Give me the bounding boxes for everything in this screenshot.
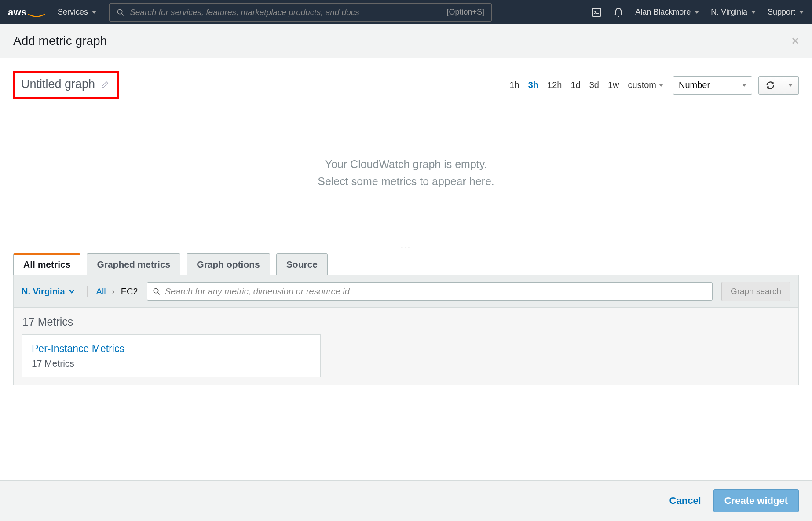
region-label: N. Virginia [711, 7, 747, 17]
custom-label: custom [628, 80, 656, 90]
refresh-icon [765, 81, 775, 90]
metrics-breadcrumb: All › EC2 [96, 286, 138, 297]
chevron-down-icon [91, 11, 97, 14]
chevron-right-icon: › [112, 287, 115, 296]
metrics-body: 17 Metrics Per-Instance Metrics 17 Metri… [14, 308, 798, 385]
metrics-count: 17 Metrics [22, 316, 790, 328]
modal-footer: Cancel Create widget [0, 480, 812, 521]
breadcrumb-current: EC2 [121, 286, 138, 297]
modal-title: Add metric graph [13, 34, 107, 48]
cloudshell-button[interactable] [591, 7, 602, 18]
user-name: Alan Blackmore [635, 7, 691, 17]
svg-point-5 [154, 288, 158, 293]
chevron-down-icon [788, 84, 793, 87]
metric-card-subtitle: 17 Metrics [32, 358, 311, 369]
metric-namespace-card[interactable]: Per-Instance Metrics 17 Metrics [22, 334, 321, 377]
graph-search-button[interactable]: Graph search [721, 282, 790, 301]
global-search[interactable]: [Option+S] [109, 3, 492, 22]
tab-all-metrics[interactable]: All metrics [13, 253, 80, 275]
chevron-down-icon [69, 289, 75, 294]
chevron-down-icon [751, 11, 756, 14]
notifications-button[interactable] [613, 7, 624, 18]
chevron-down-icon [799, 11, 804, 14]
search-icon [153, 287, 161, 295]
view-type-value: Number [679, 80, 710, 90]
services-menu[interactable]: Services [58, 7, 97, 17]
svg-line-1 [121, 13, 124, 15]
empty-message-2: Select some metrics to appear here. [318, 175, 494, 188]
tab-graphed-metrics[interactable]: Graphed metrics [87, 253, 180, 275]
time-range-1h[interactable]: 1h [509, 80, 519, 90]
metric-search-input[interactable] [165, 286, 707, 297]
chevron-down-icon [694, 11, 699, 14]
services-label: Services [58, 7, 88, 17]
graph-toolbar: Untitled graph 1h 3h 12h 1d 3d 1w custom… [0, 58, 812, 103]
metric-card-title: Per-Instance Metrics [32, 343, 311, 355]
chevron-down-icon [659, 84, 663, 87]
account-menu[interactable]: Alan Blackmore [635, 7, 699, 17]
time-range-picker: 1h 3h 12h 1d 3d 1w custom [509, 80, 663, 90]
cancel-button[interactable]: Cancel [669, 495, 701, 506]
cloudshell-icon [591, 7, 602, 18]
breadcrumb-all[interactable]: All [96, 286, 106, 297]
time-range-12h[interactable]: 12h [547, 80, 562, 90]
tab-graph-options[interactable]: Graph options [187, 253, 270, 275]
bell-icon [613, 7, 624, 18]
modal-header: Add metric graph × [0, 24, 812, 58]
view-type-select[interactable]: Number [673, 76, 752, 95]
graph-title-text: Untitled graph [21, 77, 95, 91]
create-widget-button[interactable]: Create widget [713, 489, 799, 512]
region-menu[interactable]: N. Virginia [711, 7, 756, 17]
tab-source[interactable]: Source [276, 253, 328, 275]
time-range-1d[interactable]: 1d [571, 80, 580, 90]
time-range-1w[interactable]: 1w [608, 80, 619, 90]
aws-smile-icon [28, 14, 45, 18]
chevron-down-icon [742, 84, 746, 87]
metric-search[interactable] [147, 282, 713, 301]
refresh-button[interactable] [758, 76, 782, 95]
aws-logo[interactable]: aws [8, 7, 45, 18]
refresh-options-button[interactable] [782, 76, 799, 95]
metrics-panel: N. Virginia All › EC2 Graph search 17 Me… [13, 275, 799, 385]
time-range-3h[interactable]: 3h [528, 80, 538, 90]
svg-point-0 [117, 9, 122, 14]
empty-message-1: Your CloudWatch graph is empty. [325, 158, 487, 171]
refresh-group [758, 76, 799, 95]
filter-bar: N. Virginia All › EC2 Graph search [14, 275, 798, 308]
region-filter[interactable]: N. Virginia [22, 286, 88, 297]
region-filter-label: N. Virginia [22, 286, 65, 297]
search-shortcut: [Option+S] [447, 7, 485, 17]
time-range-custom[interactable]: custom [628, 80, 663, 90]
svg-line-6 [157, 292, 160, 294]
resize-handle[interactable]: --- [0, 243, 812, 253]
close-button[interactable]: × [792, 34, 799, 48]
search-icon [117, 8, 124, 16]
support-menu[interactable]: Support [768, 7, 804, 17]
metrics-tabs: All metrics Graphed metrics Graph option… [0, 253, 812, 275]
graph-canvas: Your CloudWatch graph is empty. Select s… [0, 103, 812, 243]
graph-title-edit[interactable]: Untitled graph [13, 71, 119, 99]
support-label: Support [768, 7, 795, 17]
global-search-input[interactable] [130, 7, 446, 17]
top-nav: aws Services [Option+S] Alan Blackmore N… [0, 0, 812, 24]
time-range-3d[interactable]: 3d [589, 80, 599, 90]
pencil-icon [101, 81, 109, 88]
